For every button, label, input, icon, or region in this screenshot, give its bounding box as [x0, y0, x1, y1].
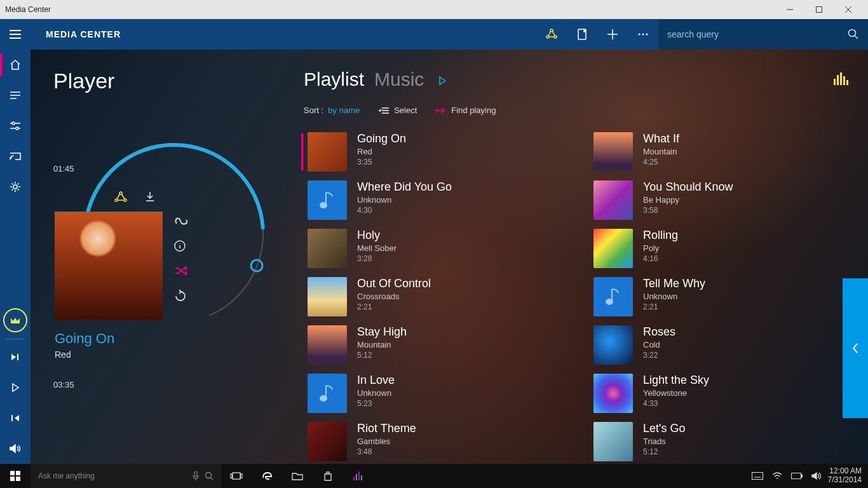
track-duration: 5:12: [357, 351, 407, 360]
track-item[interactable]: Riot ThemeGambles3:48: [304, 422, 558, 461]
svg-rect-52: [16, 471, 20, 475]
sort-value[interactable]: by name: [328, 105, 360, 115]
track-duration: 3:28: [357, 254, 397, 263]
track-item[interactable]: HolyMell Sober3:28: [304, 229, 558, 268]
visualizer-icon[interactable]: [834, 72, 849, 85]
track-item[interactable]: You Should KnowBe Happy3:58: [590, 180, 844, 220]
track-thumbnail: [308, 132, 347, 172]
svg-rect-40: [840, 72, 842, 85]
track-title: Stay High: [357, 325, 407, 339]
volume-button[interactable]: [0, 433, 31, 464]
track-item[interactable]: Let's GoTriads5:12: [590, 422, 844, 461]
svg-rect-60: [241, 474, 243, 478]
cortana-search[interactable]: Ask me anything: [31, 464, 221, 488]
track-item[interactable]: Stay HighMountain5:12: [304, 325, 558, 365]
more-icon[interactable]: [628, 19, 658, 50]
track-item[interactable]: RosesCold3:22: [590, 325, 844, 365]
tab-playlist[interactable]: Playlist: [304, 69, 364, 90]
track-duration: 4:25: [643, 158, 679, 166]
system-tray[interactable]: [752, 471, 828, 480]
sidebar-item-cast[interactable]: [0, 141, 31, 172]
svg-rect-1: [817, 7, 822, 13]
track-thumbnail: [593, 422, 633, 461]
find-playing-button[interactable]: Find playing: [436, 105, 496, 115]
lastfm-icon[interactable]: [174, 216, 189, 226]
task-view-button[interactable]: [221, 464, 252, 488]
player-pane: Player 01:45 03:35 Going On Red: [53, 69, 282, 93]
play-button[interactable]: [0, 372, 31, 403]
search-input[interactable]: [667, 29, 848, 39]
search-icon[interactable]: [848, 29, 859, 40]
svg-rect-27: [17, 354, 18, 360]
track-item[interactable]: RollingPoly4:16: [590, 229, 844, 268]
track-thumbnail: [308, 374, 347, 413]
add-button[interactable]: [597, 19, 628, 50]
sidebar-item-playlist[interactable]: [0, 80, 31, 111]
svg-point-48: [320, 203, 327, 208]
taskbar-clock[interactable]: 12:00 AM 7/31/2014: [828, 467, 868, 485]
close-button[interactable]: [834, 0, 863, 19]
track-item[interactable]: Out Of ControlCrossroads2:21: [304, 277, 558, 316]
player-section-title: Player: [53, 69, 282, 93]
track-item[interactable]: What IfMountain4:25: [590, 132, 844, 172]
play-all-icon[interactable]: [438, 76, 447, 86]
track-artist: Mountain: [357, 340, 407, 349]
sidebar-item-settings[interactable]: [0, 172, 31, 202]
repeat-icon[interactable]: [174, 290, 189, 302]
track-duration: 4:33: [643, 399, 709, 408]
svg-rect-53: [10, 477, 15, 481]
track-title: You Should Know: [643, 180, 733, 194]
info-icon[interactable]: [174, 240, 189, 252]
svg-point-25: [16, 127, 18, 130]
mic-icon[interactable]: [192, 471, 200, 481]
start-button[interactable]: [0, 464, 31, 488]
select-button[interactable]: Select: [379, 105, 417, 115]
track-item[interactable]: Light the SkyYellowstone4:33: [590, 374, 844, 413]
share-track-icon[interactable]: [114, 191, 128, 203]
tray-wifi-icon[interactable]: [772, 472, 782, 480]
track-title: Where Did You Go: [357, 180, 452, 194]
taskbar-app-store[interactable]: [313, 464, 343, 488]
minimize-button[interactable]: [775, 0, 804, 19]
app-header: MEDIA CENTER: [0, 19, 868, 50]
now-playing-title: Going On: [55, 330, 114, 347]
download-icon[interactable]: [144, 191, 156, 203]
svg-rect-62: [356, 474, 357, 480]
track-duration: 4:16: [643, 254, 678, 263]
sidebar-item-home[interactable]: [0, 50, 31, 80]
search-box[interactable]: [658, 19, 868, 50]
shuffle-icon[interactable]: [174, 266, 189, 276]
search-small-icon[interactable]: [205, 471, 214, 480]
maximize-button[interactable]: [804, 0, 834, 19]
tray-keyboard-icon[interactable]: [752, 472, 763, 480]
tray-volume-icon[interactable]: [811, 471, 822, 480]
premium-badge[interactable]: [3, 308, 27, 332]
track-item[interactable]: Where Did You GoUnknown4:30: [304, 180, 558, 220]
svg-line-57: [211, 478, 214, 480]
tray-battery-icon[interactable]: [791, 473, 803, 479]
track-artist: Mountain: [643, 147, 679, 156]
taskbar-app-mediacenter[interactable]: [343, 464, 374, 488]
track-title: Roses: [643, 325, 675, 339]
tab-music[interactable]: Music: [374, 69, 424, 90]
track-item[interactable]: In LoveUnknown5:23: [304, 374, 558, 413]
next-button[interactable]: [0, 342, 31, 372]
share-icon[interactable]: [536, 19, 567, 50]
track-item[interactable]: Tell Me WhyUnknown2:21: [590, 277, 844, 316]
taskbar-app-explorer[interactable]: [282, 464, 313, 488]
sidebar-item-equalizer[interactable]: [0, 111, 31, 141]
svg-rect-39: [837, 75, 839, 85]
hamburger-button[interactable]: [0, 19, 31, 50]
track-item[interactable]: Going OnRed3:35: [304, 132, 558, 172]
previous-button[interactable]: [0, 403, 31, 433]
svg-rect-61: [353, 477, 355, 480]
track-title: Tell Me Why: [643, 277, 705, 290]
right-panel-toggle[interactable]: [843, 278, 868, 418]
track-title: In Love: [357, 374, 395, 387]
track-duration: 3:35: [357, 158, 406, 166]
svg-point-14: [639, 34, 641, 36]
track-artist: Unknown: [357, 195, 452, 205]
device-icon[interactable]: [567, 19, 597, 50]
taskbar-app-edge[interactable]: [252, 464, 282, 488]
track-thumbnail: [593, 325, 633, 365]
